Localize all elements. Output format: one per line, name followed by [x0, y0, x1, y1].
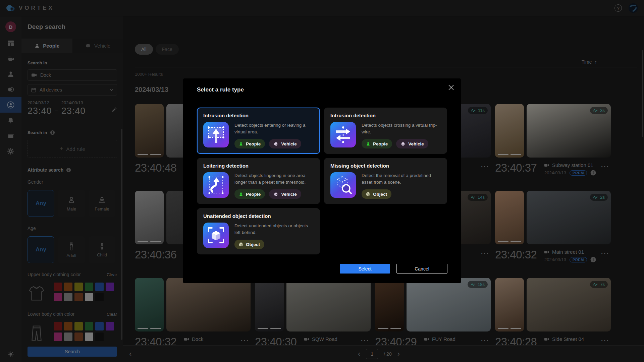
dialog-title: Select a rule type [197, 86, 244, 93]
trip-wire-icon [330, 122, 356, 147]
rule-card-title: Unattended object detection [203, 213, 314, 219]
people-icon [239, 142, 243, 146]
vehicle-icon [400, 142, 406, 146]
tag-object: Object [234, 240, 264, 249]
object-icon [239, 242, 243, 247]
tag-people: People [234, 189, 265, 199]
rule-card-description: Detect objects lingering in one area lon… [234, 172, 314, 185]
modal-backdrop[interactable]: Select a rule type Intrusion detection D… [0, 0, 644, 362]
tag-vehicle: Vehicle [269, 189, 301, 199]
rule-card-title: Intrusion detection [203, 113, 314, 118]
missing-object-icon [330, 172, 356, 198]
loitering-icon [203, 172, 229, 198]
rule-card-description: Detect unattended objects or objects lef… [234, 223, 314, 236]
select-button[interactable]: Select [340, 264, 390, 274]
unattended-object-icon [203, 223, 229, 248]
people-icon [366, 142, 370, 146]
tag-people: People [234, 139, 265, 148]
rule-card[interactable]: Intrusion detection Detect objects enter… [197, 108, 320, 154]
rule-card-title: Loitering detection [203, 163, 314, 169]
cancel-button[interactable]: Cancel [396, 264, 447, 274]
rule-card[interactable]: Unattended object detection Detect unatt… [197, 208, 320, 254]
rule-card-description: Detect objects entering or leaving a vir… [234, 122, 314, 135]
rule-card[interactable]: Intrusion detection Detects objects cros… [324, 108, 447, 154]
rule-card[interactable]: Missing object detection Detect the remo… [324, 158, 447, 204]
rule-card-description: Detect the removal of a predefined asset… [362, 172, 441, 185]
intrusion-area-icon [203, 122, 229, 147]
rule-cards: Intrusion detection Detect objects enter… [197, 108, 447, 254]
rule-card[interactable]: Loitering detection Detect objects linge… [197, 158, 320, 204]
rule-card-title: Intrusion detection [330, 113, 441, 118]
object-icon [366, 192, 370, 196]
people-icon [239, 192, 243, 196]
tag-people: People [362, 139, 392, 148]
close-icon[interactable] [448, 84, 454, 90]
tag-object: Object [362, 189, 391, 199]
rule-type-dialog: Select a rule type Intrusion detection D… [183, 78, 461, 283]
rule-card-description: Detects objects crossing a virtual trip-… [362, 122, 441, 135]
vehicle-icon [273, 142, 278, 146]
tag-vehicle: Vehicle [269, 139, 301, 148]
rule-card-title: Missing object detection [330, 163, 441, 169]
vehicle-icon [273, 192, 278, 196]
tag-vehicle: Vehicle [396, 139, 428, 148]
